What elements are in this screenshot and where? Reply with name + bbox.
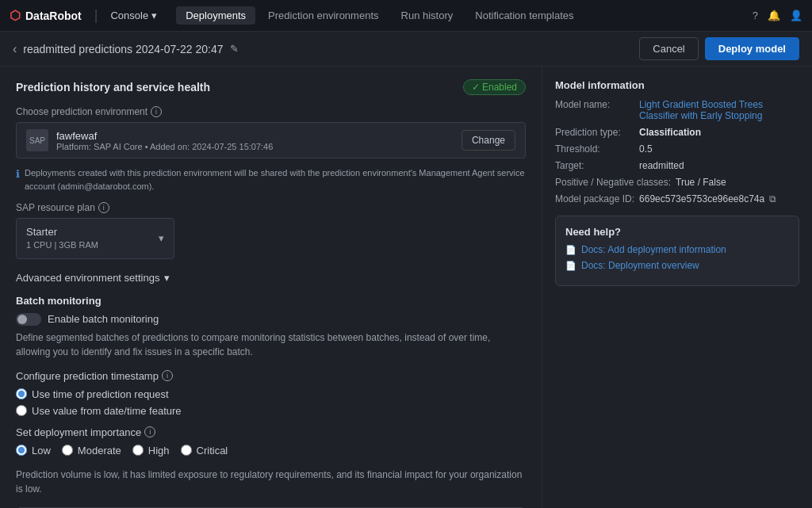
console-text: Console [110,10,148,21]
threshold-val: 0.5 [639,143,653,155]
enabled-badge: ✓ Enabled [463,79,526,95]
model-name-key: Model name: [555,99,634,121]
package-id-value-row: 669ec573e5753ce96ee8c74a ⧉ [639,193,776,204]
tab-prediction-environments[interactable]: Prediction environments [259,6,388,25]
radio-moderate-row[interactable]: Moderate [62,445,121,456]
cancel-button[interactable]: Cancel [639,37,698,60]
main-tabs: Deployments Prediction environments Run … [176,6,583,25]
importance-desc: Prediction volume is low, it has limited… [16,468,526,496]
user-icon[interactable]: 👤 [790,10,802,21]
radio-use-date-label: Use value from date/time feature [32,405,182,417]
prediction-type-val: Classification [639,127,701,138]
radio-moderate-input[interactable] [62,445,73,456]
env-notice: ℹ Deployments created with this predicti… [16,166,526,193]
help-link-deployment-overview[interactable]: 📄 Docs: Deployment overview [565,260,789,271]
model-name-val[interactable]: Light Gradient Boosted Trees Classifier … [639,99,799,121]
prediction-type-key: Prediction type: [555,127,634,138]
batch-desc: Define segmented batches of predictions … [16,330,526,359]
radio-low-row[interactable]: Low [16,445,51,456]
package-id-val: 669ec573e5753ce96ee8c74a [639,193,764,204]
pred-env-label-text: Choose prediction environment [16,106,147,117]
pos-neg-val: True / False [676,177,726,188]
package-id-key: Model package ID: [555,193,634,204]
resource-plan-info-icon[interactable]: i [98,202,109,213]
breadcrumb: ‹ readmitted predictions 2024-07-22 20:4… [0,32,812,67]
notice-info-icon: ℹ [16,166,20,193]
importance-info-icon[interactable]: i [144,426,155,437]
env-meta: Platform: SAP AI Core • Added on: 2024-0… [56,142,454,151]
help-icon[interactable]: ? [753,10,758,21]
resource-plan-select[interactable]: Starter 1 CPU | 3GB RAM ▾ [16,218,174,259]
radio-critical-input[interactable] [181,445,192,456]
nav-right-icons: ? 🔔 👤 [753,10,802,21]
tab-deployments[interactable]: Deployments [176,6,255,25]
help-box: Need help? 📄 Docs: Add deployment inform… [555,216,799,286]
breadcrumb-actions: Cancel Deploy model [639,37,799,60]
top-navigation: ⬡ DataRobot | Console ▾ Deployments Pred… [0,0,812,32]
notice-text: Deployments created with this prediction… [25,166,526,193]
help-link-deployment-overview-label: Docs: Deployment overview [581,260,699,271]
help-link-add-deployment-label: Docs: Add deployment information [581,244,726,255]
radio-high-row[interactable]: High [132,445,170,456]
config-timestamp-label-text: Configure prediction timestamp [16,370,159,382]
console-chevron-icon[interactable]: ▾ [151,10,157,21]
env-details: fawfewaf Platform: SAP AI Core • Added o… [56,130,454,151]
importance-label-text: Set deployment importance [16,426,141,438]
radio-use-time-input[interactable] [16,388,27,399]
radio-low-input[interactable] [16,445,27,456]
target-val: readmitted [639,160,684,171]
radio-high-input[interactable] [132,445,144,456]
edit-title-icon[interactable]: ✎ [230,43,239,55]
radio-use-date-input[interactable] [16,405,27,416]
tab-run-history[interactable]: Run history [392,6,463,25]
pred-env-info-icon[interactable]: i [151,106,162,117]
change-env-button[interactable]: Change [462,130,515,151]
enable-batch-toggle[interactable] [16,313,41,326]
brand-name: DataRobot [25,10,82,22]
batch-monitoring-title: Batch monitoring [16,295,526,307]
deploy-model-button[interactable]: Deploy model [705,37,799,60]
radio-use-time-label: Use time of prediction request [32,388,169,400]
env-logo-icon: SAP [26,129,48,151]
tab-notification-templates[interactable]: Notification templates [465,6,583,25]
radio-critical-label: Critical [197,445,228,456]
radio-use-date-row[interactable]: Use value from date/time feature [16,405,526,417]
advanced-settings-chevron-icon: ▾ [164,272,170,284]
right-panel: Model information Model name: Light Grad… [542,67,812,508]
radio-use-time-row[interactable]: Use time of prediction request [16,388,526,400]
left-panel: Prediction history and service health ✓ … [0,67,542,508]
model-info-title: Model information [555,79,799,91]
back-button[interactable]: ‹ [13,42,17,56]
radio-moderate-label: Moderate [78,445,121,456]
pos-neg-row: Positive / Negative classes: True / Fals… [555,177,799,188]
config-timestamp-info-icon[interactable]: i [162,370,173,381]
model-name-row: Model name: Light Gradient Boosted Trees… [555,99,799,121]
importance-label: Set deployment importance i [16,426,526,438]
advanced-settings-toggle[interactable]: Advanced environment settings ▾ [16,272,526,284]
doc-icon-1: 📄 [565,245,576,255]
target-key: Target: [555,160,634,171]
copy-package-id-icon[interactable]: ⧉ [769,193,776,204]
radio-high-label: High [148,445,170,456]
enable-batch-label: Enable batch monitoring [48,313,159,325]
resource-plan-label-text: SAP resource plan [16,202,95,213]
console-label: Console ▾ [110,10,157,21]
resource-plan-name: Starter [26,225,98,239]
resource-plan-meta: 1 CPU | 3GB RAM [26,239,98,251]
page-title: readmitted predictions 2024-07-22 20:47 [23,43,223,55]
section-title: Prediction history and service health [16,81,210,94]
nav-divider: | [94,7,98,24]
prediction-type-row: Prediction type: Classification [555,127,799,138]
radio-critical-row[interactable]: Critical [181,445,228,456]
advanced-settings-label: Advanced environment settings [16,272,159,284]
enable-batch-row: Enable batch monitoring [16,313,526,326]
resource-plan-chevron-icon: ▾ [159,232,164,244]
help-title: Need help? [565,226,789,238]
config-timestamp-label: Configure prediction timestamp i [16,370,526,382]
help-link-add-deployment[interactable]: 📄 Docs: Add deployment information [565,244,789,255]
section-header: Prediction history and service health ✓ … [16,79,526,95]
env-selector-box: SAP fawfewaf Platform: SAP AI Core • Add… [16,122,526,159]
datarobot-logo-icon: ⬡ [10,8,21,23]
main-layout: Prediction history and service health ✓ … [0,67,812,508]
notifications-icon[interactable]: 🔔 [768,10,780,21]
